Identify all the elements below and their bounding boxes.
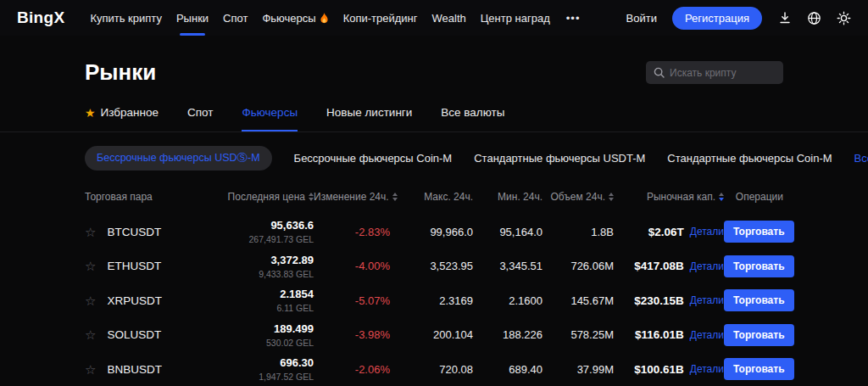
- favorite-star-icon[interactable]: ☆: [85, 363, 96, 376]
- details-link[interactable]: Детали: [690, 260, 724, 272]
- bingx-logo[interactable]: BingX: [17, 8, 64, 27]
- market-cap: $2.06T: [648, 226, 684, 238]
- subtab-all[interactable]: Все: [854, 152, 868, 165]
- col-last-price[interactable]: Последняя цена: [225, 191, 314, 203]
- fiat-price: 6.11 GEL: [225, 303, 314, 313]
- trade-button[interactable]: Торговать: [724, 324, 794, 346]
- trade-button[interactable]: Торговать: [724, 289, 794, 311]
- trade-button[interactable]: Торговать: [724, 221, 794, 243]
- pair-name: XRPUSDT: [107, 294, 162, 307]
- markets-table: Торговая пара Последняя цена Изменение 2…: [0, 186, 868, 386]
- tab-favorites[interactable]: ★ Избранное: [85, 106, 159, 131]
- low-24h: 188.226: [473, 328, 542, 341]
- favorite-star-icon[interactable]: ☆: [85, 294, 96, 307]
- tab-new-listings[interactable]: Новые листинги: [326, 106, 412, 131]
- col-change-24h[interactable]: Изменение 24ч.: [314, 191, 390, 203]
- favorite-star-icon[interactable]: ☆: [85, 260, 96, 272]
- nav-rewards-hub[interactable]: Центр наград: [481, 0, 550, 36]
- market-cap: $100.61B: [634, 363, 684, 376]
- last-price: 696.30: [225, 356, 314, 369]
- volume-24h: 726.06M: [542, 260, 614, 272]
- trade-button[interactable]: Торговать: [724, 255, 794, 277]
- change-24h: -3.98%: [314, 328, 390, 341]
- col-actions: Операции: [724, 191, 783, 203]
- top-right-actions: Войти Регистрация: [626, 7, 851, 30]
- nav-copy-trading[interactable]: Копи-трейдинг: [343, 0, 418, 36]
- details-link[interactable]: Детали: [690, 294, 724, 306]
- table-row-solusdt[interactable]: ☆SOLUSDT 189.499530.02 GEL -3.98% 200.10…: [85, 318, 783, 353]
- tab-all-currencies[interactable]: Все валюты: [441, 106, 504, 131]
- details-link[interactable]: Детали: [690, 363, 724, 375]
- low-24h: 95,164.0: [473, 226, 542, 238]
- volume-24h: 145.67M: [542, 294, 614, 307]
- favorite-star-icon[interactable]: ☆: [85, 226, 96, 238]
- details-link[interactable]: Детали: [690, 226, 724, 238]
- low-24h: 689.40: [473, 363, 542, 376]
- change-24h: -2.83%: [314, 226, 390, 238]
- low-24h: 2.1600: [473, 294, 542, 307]
- pair-name: BNBUSDT: [107, 363, 162, 376]
- volume-24h: 37.99M: [542, 363, 614, 376]
- table-row-btcusdt[interactable]: ☆BTCUSDT 95,636.6267,491.73 GEL -2.83% 9…: [85, 215, 783, 249]
- high-24h: 2.3169: [390, 294, 473, 307]
- favorite-star-icon[interactable]: ☆: [85, 328, 96, 341]
- last-price: 95,636.6: [225, 219, 314, 232]
- subtab-perpetual-usds-m[interactable]: Бессрочные фьючерсы USDⓈ-M: [85, 146, 272, 171]
- futures-type-filter: Бессрочные фьючерсы USDⓈ-M Бессрочные фь…: [0, 146, 868, 171]
- login-button[interactable]: Войти: [626, 12, 657, 25]
- pair-name: ETHUSDT: [107, 260, 161, 272]
- volume-24h: 578.25M: [542, 328, 614, 341]
- flame-icon: [320, 13, 329, 24]
- high-24h: 720.08: [390, 363, 473, 376]
- market-cap: $116.01B: [635, 328, 684, 341]
- last-price: 3,372.89: [225, 254, 314, 266]
- search-input[interactable]: [670, 67, 776, 79]
- nav-spot[interactable]: Спот: [223, 0, 248, 36]
- page-head: Рынки: [0, 36, 868, 86]
- nav-markets[interactable]: Рынки: [176, 0, 209, 36]
- table-row-bnbusdt[interactable]: ☆BNBUSDT 696.301,947.52 GEL -2.06% 720.0…: [85, 352, 783, 386]
- col-volume-24h[interactable]: Объем 24ч.: [542, 191, 614, 203]
- subtab-standard-coin-m[interactable]: Стандартные фьючерсы Coin-M: [667, 152, 832, 165]
- table-row-xrpusdt[interactable]: ☆XRPUSDT 2.18546.11 GEL -5.07% 2.3169 2.…: [85, 283, 783, 318]
- last-price: 2.1854: [225, 288, 314, 300]
- nav-wealth[interactable]: Wealth: [432, 0, 466, 36]
- nav-buy-crypto[interactable]: Купить крипту: [90, 0, 162, 36]
- col-high-24h: Макс. 24ч.: [390, 191, 473, 203]
- market-cap: $230.15B: [634, 294, 684, 307]
- pair-name: SOLUSDT: [107, 328, 161, 341]
- table-row-ethusdt[interactable]: ☆ETHUSDT 3,372.899,433.83 GEL -4.00% 3,5…: [85, 249, 783, 284]
- change-24h: -5.07%: [314, 294, 390, 307]
- market-cap: $417.08B: [634, 260, 684, 272]
- language-globe-icon[interactable]: [807, 11, 821, 25]
- col-low-24h: Мин. 24ч.: [473, 191, 542, 203]
- tabs-bar: ★ Избранное Спот Фьючерсы Новые листинги…: [0, 106, 868, 132]
- high-24h: 3,523.95: [390, 260, 473, 272]
- trade-button[interactable]: Торговать: [724, 358, 794, 380]
- col-market-cap[interactable]: Рыночная кап.: [614, 191, 724, 203]
- tab-futures[interactable]: Фьючерсы: [242, 106, 298, 131]
- search-box[interactable]: [646, 61, 783, 84]
- favorites-star-icon: ★: [85, 107, 96, 119]
- register-button[interactable]: Регистрация: [672, 7, 762, 30]
- top-bar: BingX Купить крипту Рынки Спот Фьючерсы …: [0, 0, 868, 36]
- search-icon: [654, 67, 665, 78]
- fiat-price: 9,433.83 GEL: [225, 269, 314, 279]
- low-24h: 3,345.51: [473, 260, 542, 272]
- download-app-icon[interactable]: [777, 11, 792, 25]
- change-24h: -4.00%: [314, 260, 390, 272]
- nav-more-menu[interactable]: •••: [566, 12, 581, 25]
- theme-toggle-icon[interactable]: [837, 11, 851, 25]
- tab-spot[interactable]: Спот: [187, 106, 213, 131]
- details-link[interactable]: Детали: [690, 329, 724, 341]
- fiat-price: 530.02 GEL: [225, 338, 314, 348]
- high-24h: 99,966.0: [390, 226, 473, 238]
- subtab-perpetual-coin-m[interactable]: Бессрочные фьючерсы Coin-M: [294, 152, 453, 165]
- table-header-row: Торговая пара Последняя цена Изменение 2…: [85, 186, 783, 208]
- nav-futures[interactable]: Фьючерсы: [262, 0, 328, 36]
- main-nav: Купить крипту Рынки Спот Фьючерсы Копи-т…: [90, 0, 580, 36]
- high-24h: 200.104: [390, 328, 473, 341]
- last-price: 189.499: [225, 322, 314, 335]
- subtab-standard-usdt-m[interactable]: Стандартные фьючерсы USDT-M: [474, 152, 645, 165]
- fiat-price: 1,947.52 GEL: [225, 372, 314, 382]
